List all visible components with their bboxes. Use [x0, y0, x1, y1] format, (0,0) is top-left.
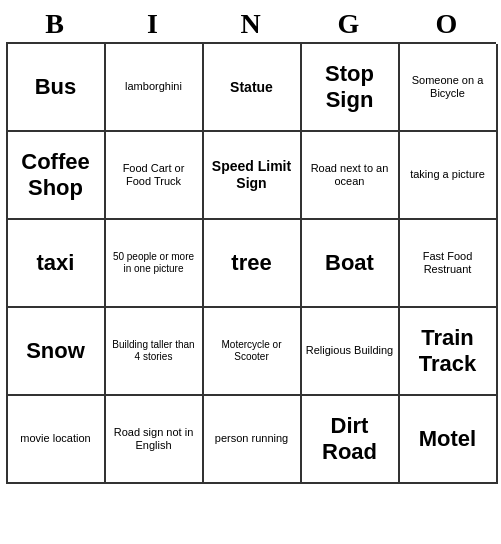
bingo-card: BINGO BuslamborghiniStatueStop SignSomeo…	[6, 8, 496, 484]
cell-r0-c1[interactable]: lamborghini	[106, 44, 204, 132]
header-letter: O	[402, 8, 492, 40]
cell-r2-c0[interactable]: taxi	[8, 220, 106, 308]
cell-text: Road next to an ocean	[306, 162, 394, 188]
cell-text: Food Cart or Food Truck	[110, 162, 198, 188]
cell-text: taking a picture	[410, 168, 485, 181]
cell-text: Coffee Shop	[12, 149, 100, 202]
cell-r4-c2[interactable]: person running	[204, 396, 302, 484]
cell-text: Road sign not in English	[110, 426, 198, 452]
cell-r3-c1[interactable]: Building taller than 4 stories	[106, 308, 204, 396]
cell-r3-c4[interactable]: Train Track	[400, 308, 498, 396]
cell-r0-c2[interactable]: Statue	[204, 44, 302, 132]
cell-r4-c4[interactable]: Motel	[400, 396, 498, 484]
cell-text: person running	[215, 432, 288, 445]
bingo-grid: BuslamborghiniStatueStop SignSomeone on …	[6, 42, 496, 484]
cell-r4-c0[interactable]: movie location	[8, 396, 106, 484]
cell-text: Train Track	[404, 325, 492, 378]
cell-text: Bus	[35, 74, 77, 100]
cell-r4-c3[interactable]: Dirt Road	[302, 396, 400, 484]
cell-r3-c2[interactable]: Motercycle or Scooter	[204, 308, 302, 396]
header-letter: I	[108, 8, 198, 40]
header-letter: B	[10, 8, 100, 40]
cell-r1-c2[interactable]: Speed Limit Sign	[204, 132, 302, 220]
cell-r2-c4[interactable]: Fast Food Restruant	[400, 220, 498, 308]
cell-text: tree	[231, 250, 271, 276]
cell-text: Stop Sign	[306, 61, 394, 114]
cell-text: Motel	[419, 426, 476, 452]
cell-r4-c1[interactable]: Road sign not in English	[106, 396, 204, 484]
cell-text: Fast Food Restruant	[404, 250, 492, 276]
cell-text: Motercycle or Scooter	[208, 339, 296, 363]
cell-r0-c4[interactable]: Someone on a Bicycle	[400, 44, 498, 132]
cell-text: Statue	[230, 79, 273, 96]
cell-text: Someone on a Bicycle	[404, 74, 492, 100]
cell-text: taxi	[37, 250, 75, 276]
cell-r2-c3[interactable]: Boat	[302, 220, 400, 308]
cell-text: movie location	[20, 432, 90, 445]
cell-text: Dirt Road	[306, 413, 394, 466]
cell-text: Religious Building	[306, 344, 393, 357]
cell-text: lamborghini	[125, 80, 182, 93]
header-letter: G	[304, 8, 394, 40]
cell-r0-c3[interactable]: Stop Sign	[302, 44, 400, 132]
cell-r2-c2[interactable]: tree	[204, 220, 302, 308]
cell-r3-c0[interactable]: Snow	[8, 308, 106, 396]
cell-r1-c3[interactable]: Road next to an ocean	[302, 132, 400, 220]
cell-text: Speed Limit Sign	[208, 158, 296, 192]
cell-r1-c1[interactable]: Food Cart or Food Truck	[106, 132, 204, 220]
cell-text: Snow	[26, 338, 85, 364]
cell-text: Building taller than 4 stories	[110, 339, 198, 363]
cell-r1-c4[interactable]: taking a picture	[400, 132, 498, 220]
cell-r0-c0[interactable]: Bus	[8, 44, 106, 132]
cell-text: Boat	[325, 250, 374, 276]
bingo-header: BINGO	[6, 8, 496, 40]
cell-r1-c0[interactable]: Coffee Shop	[8, 132, 106, 220]
cell-r3-c3[interactable]: Religious Building	[302, 308, 400, 396]
cell-r2-c1[interactable]: 50 people or more in one picture	[106, 220, 204, 308]
header-letter: N	[206, 8, 296, 40]
cell-text: 50 people or more in one picture	[110, 251, 198, 275]
